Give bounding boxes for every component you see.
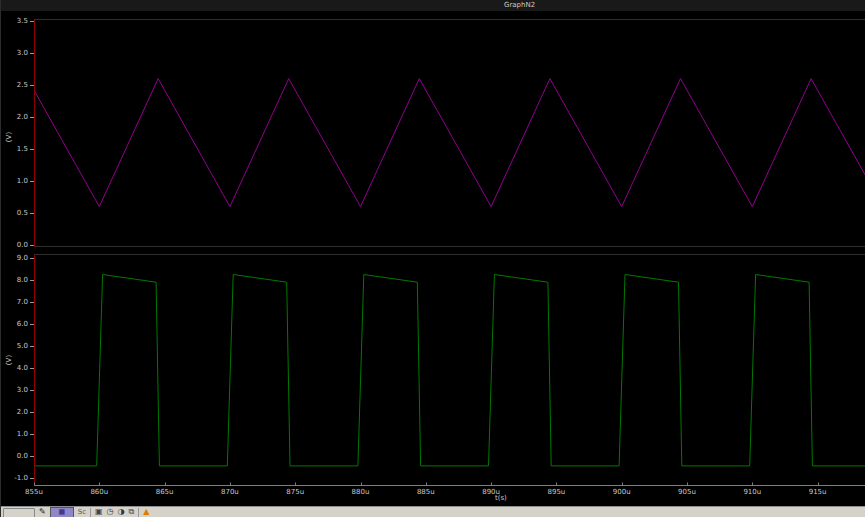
toolbar-separator <box>90 508 91 517</box>
warning-icon[interactable]: ▲ <box>143 507 149 517</box>
triangle-wave-trace <box>1 79 865 207</box>
waveform-canvas <box>1 0 865 517</box>
graph-window: GraphN2 855u860u865u870u875u880u885u890u… <box>0 0 865 517</box>
overlap-windows-icon[interactable]: ⧉ <box>129 507 135 517</box>
toolbar-separator <box>138 508 139 517</box>
window-icon[interactable]: ▣ <box>95 507 103 517</box>
active-tool-icon[interactable]: ▦ <box>50 507 74 517</box>
bottom-toolbar: ✎▦Sc▣◷◑⧉▲ <box>1 506 865 517</box>
half-circle-icon[interactable]: ◑ <box>118 507 125 517</box>
pen-icon[interactable]: ✎ <box>39 507 46 517</box>
clock-icon[interactable]: ◷ <box>107 507 114 517</box>
toolbar-left-button[interactable] <box>3 508 35 517</box>
window-title-bar[interactable]: GraphN2 <box>1 0 865 11</box>
toolbar-text: Sc <box>78 507 86 517</box>
window-title: GraphN2 <box>504 2 535 9</box>
square-wave-trace <box>1 275 865 466</box>
plot-area[interactable]: 855u860u865u870u875u880u885u890u895u900u… <box>1 0 865 517</box>
